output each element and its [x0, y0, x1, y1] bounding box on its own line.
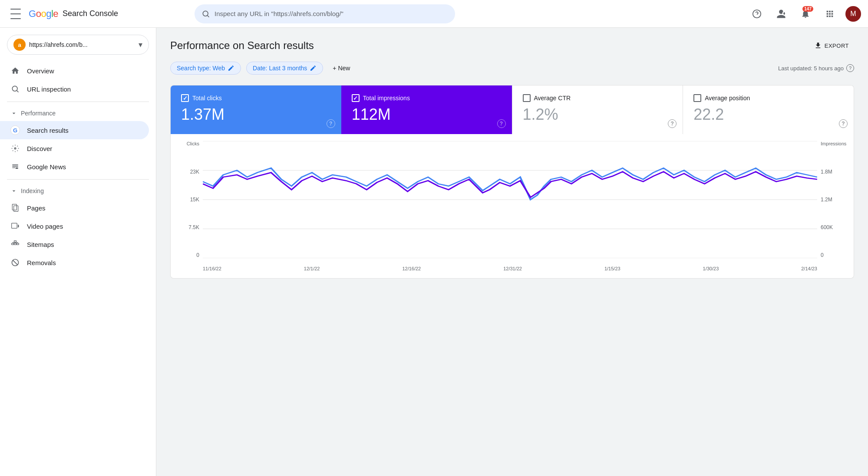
metric-header-position: Average position: [693, 94, 843, 102]
metric-help-position[interactable]: ?: [839, 119, 848, 128]
svg-line-6: [17, 91, 19, 92]
sidebar-item-google-news[interactable]: Google News: [0, 158, 149, 176]
metric-checkbox-ctr[interactable]: [523, 94, 531, 102]
metric-card-total-impressions[interactable]: Total impressions 112M ?: [341, 85, 512, 134]
y-left-15k: 15K: [190, 197, 199, 203]
last-updated: Last updated: 5 hours ago ?: [778, 64, 854, 72]
new-filter-button[interactable]: + New: [328, 62, 354, 74]
metric-label-position: Average position: [705, 95, 750, 102]
metric-help-ctr[interactable]: ?: [668, 119, 677, 128]
svg-rect-15: [17, 243, 19, 245]
metric-checkbox-clicks[interactable]: [181, 94, 189, 102]
sidebar-item-url-inspection[interactable]: URL inspection: [0, 80, 149, 98]
pages-icon: [10, 203, 20, 213]
video-icon: [10, 221, 20, 231]
chevron-down-icon: [10, 110, 17, 117]
date-label: Date: Last 3 months: [253, 65, 307, 72]
sidebar-item-sitemaps[interactable]: Sitemaps: [0, 235, 149, 253]
y-left-23k: 23K: [190, 169, 199, 175]
sidebar-divider-1: [7, 102, 149, 102]
url-inspection-label: URL inspection: [27, 85, 71, 93]
last-updated-text: Last updated: 5 hours ago: [778, 65, 844, 72]
performance-section-header[interactable]: Performance: [0, 105, 156, 121]
metric-help-impressions[interactable]: ?: [497, 119, 506, 128]
x-label-7: 2/14/23: [801, 266, 817, 271]
filter-bar: Search type: Web Date: Last 3 months + N…: [170, 62, 854, 75]
sitemaps-icon: [10, 240, 20, 249]
metric-value-position: 22.2: [693, 105, 843, 124]
search-bar[interactable]: Inspect any URL in "https://ahrefs.com/b…: [195, 4, 455, 23]
last-updated-help-icon[interactable]: ?: [846, 64, 854, 72]
y-right-0: 0: [821, 252, 824, 258]
x-label-1: 11/16/22: [203, 266, 221, 271]
export-button[interactable]: EXPORT: [809, 38, 854, 53]
chart-y-left: Clicks 23K 15K 7.5K 0: [181, 141, 203, 258]
google-g-icon: G: [10, 125, 20, 135]
sidebar-item-discover[interactable]: Discover: [0, 139, 149, 158]
property-selector[interactable]: a https://ahrefs.com/b... ▾: [7, 35, 149, 55]
y-right-label: Impressions: [821, 141, 846, 146]
metric-header-impressions: Total impressions: [352, 94, 502, 102]
indexing-section-header[interactable]: Indexing: [0, 183, 156, 199]
edit-icon-1: [228, 65, 234, 72]
date-filter[interactable]: Date: Last 3 months: [246, 62, 323, 75]
google-news-label: Google News: [27, 163, 66, 171]
x-label-5: 1/15/23: [604, 266, 620, 271]
menu-button[interactable]: [7, 5, 24, 23]
svg-rect-9: [12, 204, 17, 210]
help-button[interactable]: [748, 5, 766, 23]
apps-icon: [825, 9, 835, 19]
avatar[interactable]: M: [845, 6, 861, 22]
sidebar-item-removals[interactable]: Removals: [0, 253, 149, 272]
manage-accounts-button[interactable]: [772, 5, 790, 23]
page-title: Performance on Search results: [170, 39, 314, 52]
sidebar-item-video-pages[interactable]: Video pages: [0, 217, 149, 235]
apps-button[interactable]: [821, 5, 838, 23]
chart-area: Clicks 23K 15K 7.5K 0 Impressions 1.8M 1…: [181, 141, 843, 271]
metric-card-ctr[interactable]: Average CTR 1.2% ?: [512, 85, 683, 134]
metric-help-clicks[interactable]: ?: [327, 119, 335, 128]
metric-card-position[interactable]: Average position 22.2 ?: [683, 85, 854, 134]
y-left-0: 0: [196, 252, 199, 258]
hamburger-icon: [10, 9, 21, 19]
svg-rect-11: [12, 223, 17, 228]
topbar: Google Search Console Inspect any URL in…: [0, 0, 868, 28]
metric-checkbox-position[interactable]: [693, 94, 701, 102]
manage-accounts-icon: [776, 9, 786, 19]
search-results-label: Search results: [27, 127, 69, 134]
removals-icon: [10, 258, 20, 267]
x-label-3: 12/16/22: [402, 266, 421, 271]
property-url: https://ahrefs.com/b...: [29, 41, 135, 48]
metric-value-ctr: 1.2%: [523, 105, 673, 124]
search-placeholder: Inspect any URL in "https://ahrefs.com/b…: [215, 10, 343, 17]
video-pages-label: Video pages: [27, 223, 63, 230]
sidebar-item-overview[interactable]: Overview: [0, 62, 149, 80]
home-icon: [10, 66, 20, 76]
removals-label: Removals: [27, 259, 56, 266]
notifications-button[interactable]: 147: [797, 5, 814, 23]
svg-point-0: [203, 11, 208, 16]
y-left-label: Clicks: [187, 141, 199, 146]
export-label: EXPORT: [825, 43, 849, 49]
property-icon: a: [13, 39, 26, 51]
page-header: Performance on Search results EXPORT: [170, 38, 854, 53]
x-label-4: 12/31/22: [503, 266, 522, 271]
property-dropdown-icon: ▾: [139, 40, 142, 49]
svg-marker-12: [18, 225, 19, 228]
sidebar: a https://ahrefs.com/b... ▾ Overview URL…: [0, 28, 156, 476]
metric-checkbox-impressions[interactable]: [352, 94, 360, 102]
search-type-filter[interactable]: Search type: Web: [170, 62, 241, 75]
chart-svg: [203, 141, 817, 258]
search-icon: [201, 10, 210, 18]
pages-label: Pages: [27, 204, 46, 212]
y-right-1-8m: 1.8M: [821, 169, 832, 175]
metric-card-total-clicks[interactable]: Total clicks 1.37M ?: [171, 85, 341, 134]
metric-label-clicks: Total clicks: [192, 95, 222, 102]
discover-label: Discover: [27, 145, 52, 152]
sidebar-item-pages[interactable]: Pages: [0, 199, 149, 217]
chart-x-labels: 11/16/22 12/1/22 12/16/22 12/31/22 1/15/…: [203, 266, 817, 271]
sidebar-item-search-results[interactable]: G Search results: [0, 121, 149, 139]
performance-section-label: Performance: [21, 110, 56, 117]
sidebar-divider-2: [7, 179, 149, 180]
y-right-1-2m: 1.2M: [821, 197, 832, 203]
